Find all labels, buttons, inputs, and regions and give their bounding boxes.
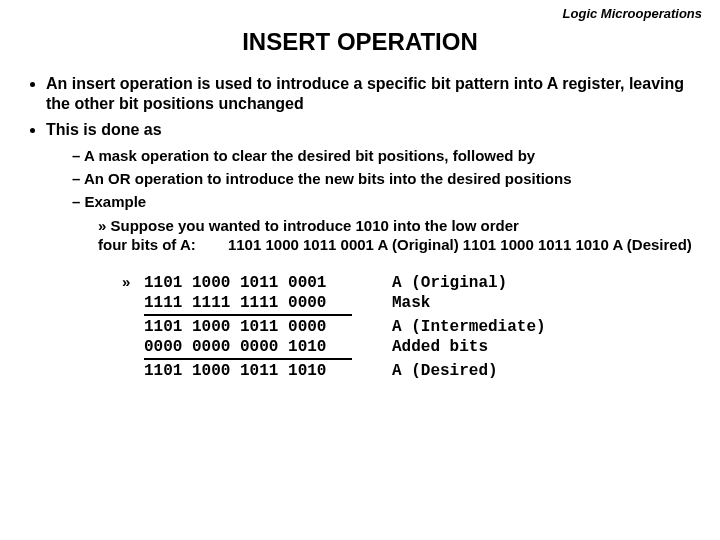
- example-line1: Suppose you wanted to introduce 1010 int…: [111, 217, 519, 234]
- bullet-item: This is done as A mask operation to clea…: [46, 120, 702, 255]
- bullet-item: A mask operation to clear the desired bi…: [72, 146, 702, 165]
- bullet-item: Suppose you wanted to introduce 1010 int…: [98, 216, 702, 255]
- bullet-item: An OR operation to introduce the new bit…: [72, 169, 702, 188]
- bits: 1101 1000 1011 0001: [144, 273, 356, 293]
- topic-label: Logic Microoperations: [563, 6, 702, 21]
- example-bits-original: 1101 1000 1011 0001 A (Original): [228, 235, 459, 255]
- slide: Logic Microoperations INSERT OPERATION A…: [0, 0, 720, 540]
- example-line2-left: four bits of A:: [98, 235, 196, 255]
- comp-row-mask: 1111 1111 1111 0000 Mask: [122, 293, 702, 313]
- row-label: A (Original): [392, 273, 507, 293]
- bullet-list-level2: A mask operation to clear the desired bi…: [72, 146, 702, 255]
- bullet-item: An insert operation is used to introduce…: [46, 74, 702, 114]
- bullet-item: Example Suppose you wanted to introduce …: [72, 192, 702, 254]
- row-label: A (Desired): [392, 361, 498, 381]
- comp-row-desired: 1101 1000 1011 1010 A (Desired): [122, 361, 702, 381]
- bits: 1101 1000 1011 0000: [144, 317, 356, 337]
- computation-block: » 1101 1000 1011 0001 A (Original) 1111 …: [122, 273, 702, 382]
- slide-title: INSERT OPERATION: [18, 28, 702, 56]
- bits: 1101 1000 1011 1010: [144, 361, 356, 381]
- rule-line: [144, 314, 352, 316]
- comp-row-original: » 1101 1000 1011 0001 A (Original): [122, 273, 702, 293]
- row-label: Added bits: [392, 337, 488, 357]
- comp-row-added: 0000 0000 0000 1010 Added bits: [122, 337, 702, 357]
- bits: 1111 1111 1111 0000: [144, 293, 356, 313]
- example-bits-desired: 1101 1000 1011 1010 A (Desired): [463, 236, 692, 253]
- bullet-text: Example: [85, 193, 147, 210]
- bullet-text: This is done as: [46, 121, 162, 138]
- bullet-list-level3: Suppose you wanted to introduce 1010 int…: [98, 216, 702, 255]
- bits: 0000 0000 0000 1010: [144, 337, 356, 357]
- bullet-list-level1: An insert operation is used to introduce…: [46, 74, 702, 255]
- row-label: Mask: [392, 293, 430, 313]
- row-label: A (Intermediate): [392, 317, 546, 337]
- comp-row-intermediate: 1101 1000 1011 0000 A (Intermediate): [122, 317, 702, 337]
- row-marker: »: [122, 273, 144, 292]
- rule-line: [144, 358, 352, 360]
